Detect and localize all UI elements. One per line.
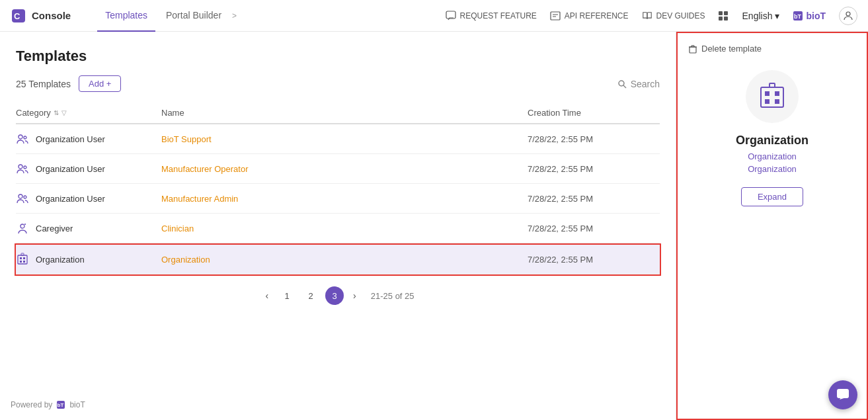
table-row[interactable]: Organization User Manufacturer Operator … [16, 154, 660, 184]
header-right: REQUEST FEATURE API REFERENCE DEV GUIDES… [446, 7, 857, 25]
svg-rect-36 [769, 83, 775, 87]
toolbar: 25 Templates Add + Search [16, 75, 660, 92]
creation-time: 7/28/22, 2:55 PM [528, 134, 660, 144]
search-icon [617, 79, 627, 89]
detail-panel: Delete template Organization Organizatio… [676, 32, 868, 420]
org-user-icon [16, 162, 29, 175]
detail-subtitle1: Organization [748, 151, 797, 161]
category-name: Organization User [36, 134, 105, 144]
powered-by-text: Powered by [11, 400, 52, 409]
language-selector[interactable]: English ▾ [742, 11, 780, 21]
biot-footer-logo-icon: bT [56, 400, 65, 409]
svg-rect-20 [23, 257, 25, 259]
delete-template-label: Delete template [701, 44, 762, 54]
delete-template-button[interactable]: Delete template [688, 44, 762, 54]
svg-point-15 [19, 194, 22, 198]
page-1-button[interactable]: 1 [278, 286, 296, 305]
template-count-area: 25 Templates Add + [16, 75, 121, 92]
api-reference-action[interactable]: API REFERENCE [550, 11, 629, 21]
next-page-button[interactable]: › [349, 288, 360, 304]
expand-button[interactable]: Expand [741, 187, 803, 206]
org-user-icon [16, 132, 29, 146]
add-button[interactable]: Add + [79, 75, 121, 92]
user-icon [843, 11, 853, 21]
user-avatar[interactable] [839, 7, 857, 25]
svg-rect-26 [690, 47, 696, 53]
logo-text: Console [32, 10, 71, 21]
svg-rect-2 [446, 11, 455, 19]
tab-templates[interactable]: Templates [97, 0, 155, 32]
svg-point-13 [19, 165, 22, 169]
category-cell: Caregiver [16, 222, 161, 235]
grid-icon[interactable] [719, 11, 729, 21]
page-2-button[interactable]: 2 [301, 286, 320, 305]
svg-line-10 [623, 85, 626, 88]
dev-guides-action[interactable]: DEV GUIDES [642, 11, 705, 21]
column-category: Category ⇅ ▽ [16, 108, 161, 118]
template-count: 25 Templates [16, 79, 71, 89]
category-name: Organization User [36, 194, 105, 204]
table-row[interactable]: Organization User BioT Support 7/28/22, … [16, 124, 660, 154]
svg-rect-34 [765, 99, 769, 104]
detail-subtitle2: Organization [748, 164, 797, 174]
template-icon-circle [746, 70, 799, 123]
creation-time: 7/28/22, 2:55 PM [528, 164, 660, 174]
sort-icon[interactable]: ⇅ [54, 109, 59, 116]
biot-brand: bT bioT [793, 11, 826, 21]
organization-icon [16, 253, 29, 266]
left-panel: Templates 25 Templates Add + Search Cate… [0, 32, 676, 420]
table-row[interactable]: Organization User Manufacturer Admin 7/2… [16, 184, 660, 214]
detail-title: Organization [736, 134, 809, 147]
creation-time: 7/28/22, 2:55 PM [528, 224, 660, 233]
request-feature-label: REQUEST FEATURE [460, 11, 537, 21]
svg-rect-31 [761, 87, 783, 107]
svg-point-11 [19, 135, 22, 139]
column-creation-time: Creation Time [528, 108, 660, 118]
svg-rect-21 [20, 261, 22, 263]
creation-time: 7/28/22, 2:55 PM [528, 255, 660, 265]
svg-point-14 [24, 166, 26, 169]
template-name: Organization [161, 255, 528, 265]
template-name: Manufacturer Admin [161, 194, 528, 204]
table-row[interactable]: Caregiver Clinician 7/28/22, 2:55 PM [16, 214, 660, 243]
svg-text:bT: bT [794, 13, 801, 20]
prev-page-button[interactable]: ‹ [261, 288, 272, 304]
detail-organization-icon [758, 82, 787, 111]
category-cell: Organization User [16, 192, 161, 205]
svg-point-8 [846, 12, 850, 16]
page-title: Templates [16, 48, 660, 65]
template-name: BioT Support [161, 134, 528, 144]
biot-logo-icon: bT [793, 11, 803, 21]
header: C Console Templates Portal Builder > REQ… [0, 0, 868, 32]
guides-icon [642, 11, 652, 21]
category-cell: Organization User [16, 132, 161, 146]
footer: Powered by bT bioT [11, 400, 85, 409]
search-label: Search [631, 79, 660, 89]
page-range-info: 21-25 of 25 [371, 291, 414, 301]
svg-point-16 [24, 196, 26, 198]
template-name: Clinician [161, 224, 528, 233]
svg-rect-33 [775, 91, 779, 96]
svg-rect-32 [765, 91, 769, 96]
page-3-button[interactable]: 3 [325, 286, 344, 305]
table-row-selected[interactable]: Organization Organization 7/28/22, 2:55 … [16, 245, 660, 274]
creation-time: 7/28/22, 2:55 PM [528, 194, 660, 204]
request-feature-action[interactable]: REQUEST FEATURE [446, 11, 537, 21]
biot-brand-text: bioT [806, 11, 826, 21]
main-layout: Templates 25 Templates Add + Search Cate… [0, 32, 868, 420]
tab-portal-builder[interactable]: Portal Builder [158, 0, 229, 32]
svg-point-9 [619, 81, 624, 86]
filter-icon[interactable]: ▽ [61, 109, 67, 116]
search-area[interactable]: Search [617, 79, 660, 89]
trash-icon [688, 44, 697, 54]
category-name: Caregiver [36, 224, 73, 233]
table-header: Category ⇅ ▽ Name Creation Time [16, 103, 660, 124]
svg-rect-19 [20, 257, 22, 259]
console-logo-icon: C [11, 8, 26, 24]
caregiver-icon [16, 222, 29, 235]
chevron-down-icon: ▾ [775, 11, 779, 21]
svg-rect-23 [21, 253, 24, 255]
template-name: Manufacturer Operator [161, 164, 528, 174]
org-user-icon [16, 192, 29, 205]
chat-bubble[interactable] [828, 380, 857, 409]
